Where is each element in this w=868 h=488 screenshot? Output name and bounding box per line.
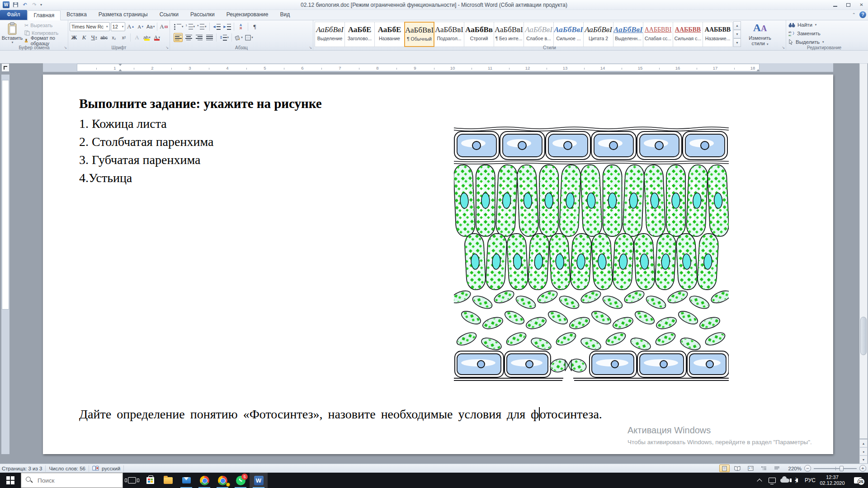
taskbar-item-word[interactable]: W <box>250 473 268 488</box>
first-line-indent-marker[interactable] <box>118 64 122 66</box>
print-layout-view-button[interactable] <box>719 465 730 472</box>
style-item[interactable]: АаБбВвІСлабое в... <box>524 22 554 47</box>
tab-Рецензирование[interactable]: Рецензирование <box>221 10 274 20</box>
taskbar-item-chrome-2[interactable] <box>213 473 231 488</box>
horizontal-ruler[interactable]: 123456789101112131415161718 <box>43 63 833 72</box>
volume-icon[interactable] <box>792 473 803 488</box>
taskbar-item-whatsapp[interactable]: 5 <box>231 473 250 488</box>
next-page-icon[interactable]: ▼ <box>859 455 868 464</box>
document-list-item[interactable]: 2. Столбчатая паренхима <box>79 135 213 149</box>
maximize-button[interactable] <box>842 0 855 9</box>
grow-font-button[interactable]: А▲ <box>126 22 135 31</box>
underline-button[interactable]: Ч▾ <box>90 33 99 42</box>
tab-file[interactable]: Файл <box>0 10 27 20</box>
style-item[interactable]: АаБбВвІСильное ... <box>553 22 584 47</box>
minimize-ribbon-icon[interactable]: ⌃ <box>852 12 856 17</box>
hanging-indent-marker[interactable] <box>118 69 122 71</box>
start-button[interactable] <box>0 473 21 488</box>
font-family-combo[interactable]: Times New Rc▾ <box>70 22 110 31</box>
shrink-font-button[interactable]: А▼ <box>136 22 145 31</box>
taskbar-item-mail[interactable] <box>177 473 195 488</box>
document-list-item[interactable]: 3. Губчатая паренхима <box>79 153 200 167</box>
network-icon[interactable] <box>767 473 778 488</box>
taskbar-item-store[interactable] <box>141 473 159 488</box>
styles-dialog-launcher-icon[interactable]: ↘ <box>782 46 785 50</box>
page-indicator[interactable]: Страница: 3 из 3 <box>2 466 42 471</box>
document-paragraph[interactable]: Дайте определение понятию «Фотосинтез», … <box>79 407 730 422</box>
font-size-combo[interactable]: 12▾ <box>111 22 126 31</box>
align-left-button[interactable] <box>174 33 183 42</box>
bullets-button[interactable]: ▾ <box>174 22 184 31</box>
align-justify-button[interactable] <box>205 33 214 42</box>
shading-button[interactable]: ▾ <box>234 33 243 42</box>
tab-Вставка[interactable]: Вставка <box>61 10 93 20</box>
decrease-indent-button[interactable]: ◄ <box>212 22 221 31</box>
document-heading[interactable]: Выполните задание: укажите на рисунке <box>79 96 322 111</box>
web-layout-view-button[interactable] <box>745 465 756 472</box>
style-item[interactable]: АаБбВвІЦитата 2 <box>583 22 613 47</box>
cut-button[interactable]: ✂Вырезать <box>24 22 66 29</box>
taskbar-search[interactable] <box>21 473 123 488</box>
vertical-ruler[interactable] <box>1 75 9 454</box>
task-view-button[interactable] <box>123 473 141 488</box>
document-page[interactable]: Выполните задание: укажите на рисунке 1.… <box>43 75 833 454</box>
strikethrough-button[interactable]: abc <box>99 33 108 42</box>
redo-button[interactable]: ↷ <box>31 1 38 9</box>
align-right-button[interactable] <box>194 33 203 42</box>
increase-indent-button[interactable]: ► <box>222 22 231 31</box>
previous-page-icon[interactable]: ▲ <box>859 439 868 447</box>
taskbar-item-chrome[interactable] <box>195 473 213 488</box>
clear-formatting-button[interactable]: А <box>159 22 168 31</box>
font-dialog-launcher-icon[interactable]: ↘ <box>165 46 169 50</box>
word-app-icon[interactable]: W <box>3 1 9 8</box>
styles-scroll-up-icon[interactable]: ▲ <box>733 21 741 30</box>
save-button[interactable] <box>12 1 19 9</box>
style-item[interactable]: АаБбЕНазвание <box>374 22 405 47</box>
undo-button[interactable]: ↶ <box>21 1 28 9</box>
zoom-slider[interactable] <box>814 468 857 469</box>
style-item[interactable]: АаБбВвІ¶ Обычный <box>404 22 434 47</box>
styles-scroll-down-icon[interactable]: ▼ <box>733 30 741 38</box>
numbering-button[interactable]: 1▾ <box>185 22 196 31</box>
find-button[interactable]: Найти▾ <box>788 22 860 28</box>
align-center-button[interactable] <box>184 33 193 42</box>
style-item[interactable]: АаБбВвІВыделенн... <box>613 22 643 47</box>
change-styles-button[interactable]: АА Изменить стили ▾ <box>744 21 776 45</box>
paste-dropdown-icon[interactable]: ▾ <box>12 41 14 44</box>
tray-expand-icon[interactable] <box>754 473 765 488</box>
style-item[interactable]: ААББВВІСлабая сс... <box>643 22 673 47</box>
outline-view-button[interactable] <box>759 465 769 472</box>
draft-view-button[interactable] <box>772 465 782 472</box>
subscript-button[interactable]: x₂ <box>109 33 118 42</box>
paragraph-dialog-launcher-icon[interactable]: ↘ <box>309 46 312 50</box>
select-button[interactable]: Выделить▾ <box>788 39 860 45</box>
word-count[interactable]: Число слов: 56 <box>49 466 85 471</box>
close-button[interactable]: ✕ <box>855 0 868 9</box>
language-switcher[interactable]: РУС <box>805 473 816 488</box>
replace-button[interactable]: abac Заменить <box>788 31 860 36</box>
zoom-in-button[interactable]: + <box>859 465 866 472</box>
scrollbar-thumb[interactable] <box>860 317 867 355</box>
multilevel-list-button[interactable]: а▾ <box>197 22 207 31</box>
language-indicator[interactable]: русский <box>102 466 120 471</box>
proofing-icon[interactable] <box>92 465 99 471</box>
format-painter-button[interactable]: Формат по образцу <box>24 37 66 44</box>
help-icon[interactable]: ? <box>859 11 866 18</box>
superscript-button[interactable]: x² <box>119 33 128 42</box>
borders-button[interactable]: ▾ <box>245 33 254 42</box>
taskbar-item-explorer[interactable] <box>159 473 177 488</box>
style-item[interactable]: АаБбВвІВыделение <box>315 22 345 47</box>
search-input[interactable] <box>21 473 123 488</box>
style-item[interactable]: АаБбВвСтрогий <box>464 22 494 47</box>
bold-button[interactable]: Ж <box>70 33 79 42</box>
highlight-color-button[interactable]: ab▾ <box>142 33 151 42</box>
zoom-level[interactable]: 220% <box>788 466 802 471</box>
style-item[interactable]: АаБбЕЗаголово... <box>344 22 375 47</box>
style-item[interactable]: ААББВВСильная с... <box>673 22 703 47</box>
clipboard-dialog-launcher-icon[interactable]: ↘ <box>64 46 67 50</box>
sort-button[interactable]: АЯ <box>236 22 245 31</box>
tab-Главная[interactable]: Главная <box>28 10 61 20</box>
notification-center-button[interactable]: 25 <box>849 473 866 488</box>
show-marks-button[interactable]: ¶ <box>250 22 259 31</box>
leaf-cross-section-figure[interactable] <box>454 125 729 382</box>
